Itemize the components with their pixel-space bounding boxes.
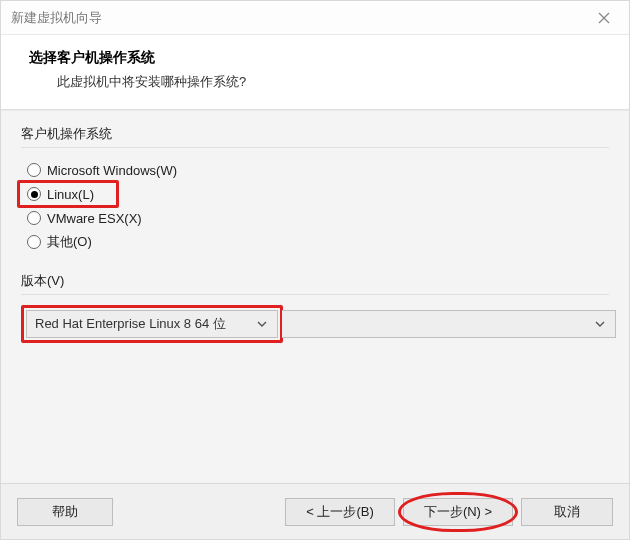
button-label: < 上一步(B) [306, 503, 374, 521]
radio-label: 其他(O) [47, 233, 92, 251]
radio-icon [27, 187, 41, 201]
button-bar: 帮助 < 上一步(B) 下一步(N) > 取消 [1, 483, 629, 539]
help-button[interactable]: 帮助 [17, 498, 113, 526]
radio-option-other[interactable]: 其他(O) [27, 230, 609, 254]
wizard-body: 客户机操作系统 Microsoft Windows(W) Linux(L) VM… [1, 110, 629, 483]
button-label: 下一步(N) > [424, 503, 492, 521]
radio-label: VMware ESX(X) [47, 211, 142, 226]
wizard-header: 选择客户机操作系统 此虚拟机中将安装哪种操作系统? [1, 35, 629, 109]
version-section-label: 版本(V) [21, 272, 609, 290]
window-title: 新建虚拟机向导 [11, 9, 589, 27]
radio-icon [27, 235, 41, 249]
version-dropdown[interactable]: Red Hat Enterprise Linux 8 64 位 [26, 310, 278, 338]
version-section: 版本(V) Red Hat Enterprise Linux 8 64 位 [21, 272, 609, 343]
header-title: 选择客户机操作系统 [29, 49, 601, 67]
radio-icon [27, 163, 41, 177]
radio-option-windows[interactable]: Microsoft Windows(W) [27, 158, 609, 182]
cancel-button[interactable]: 取消 [521, 498, 613, 526]
button-label: 取消 [554, 503, 580, 521]
chevron-down-icon [591, 315, 609, 333]
guest-os-section-label: 客户机操作系统 [21, 125, 609, 143]
annotation-highlight-version: Red Hat Enterprise Linux 8 64 位 [21, 305, 283, 343]
section-underline [21, 147, 609, 148]
radio-option-linux[interactable]: Linux(L) [27, 182, 609, 206]
radio-option-vmware-esx[interactable]: VMware ESX(X) [27, 206, 609, 230]
close-button[interactable] [589, 6, 619, 30]
guest-os-radio-group: Microsoft Windows(W) Linux(L) VMware ESX… [21, 158, 609, 254]
button-label: 帮助 [52, 503, 78, 521]
chevron-down-icon [253, 315, 271, 333]
section-underline [21, 294, 609, 295]
back-button[interactable]: < 上一步(B) [285, 498, 395, 526]
radio-label: Linux(L) [47, 187, 94, 202]
radio-label: Microsoft Windows(W) [47, 163, 177, 178]
next-button[interactable]: 下一步(N) > [403, 498, 513, 526]
wizard-window: 新建虚拟机向导 选择客户机操作系统 此虚拟机中将安装哪种操作系统? 客户机操作系… [0, 0, 630, 540]
radio-icon [27, 211, 41, 225]
close-icon [598, 12, 610, 24]
titlebar: 新建虚拟机向导 [1, 1, 629, 35]
version-dropdown-extension[interactable] [282, 310, 616, 338]
version-dropdown-value: Red Hat Enterprise Linux 8 64 位 [35, 315, 226, 333]
header-subtitle: 此虚拟机中将安装哪种操作系统? [29, 73, 601, 91]
